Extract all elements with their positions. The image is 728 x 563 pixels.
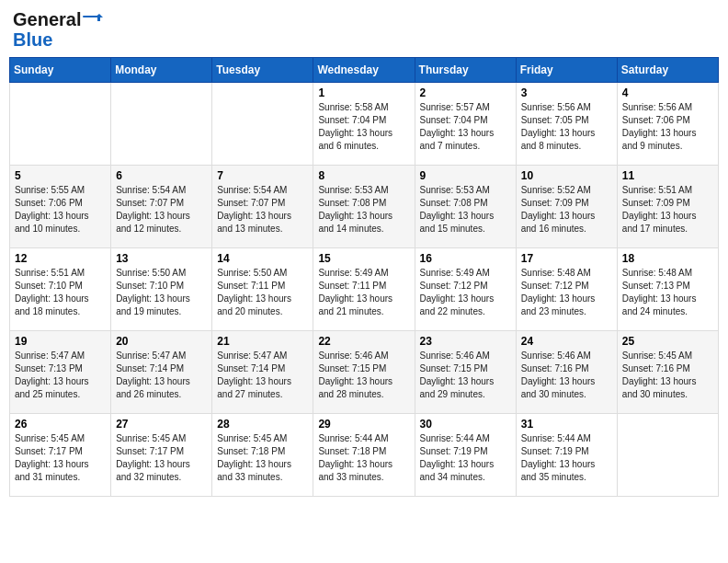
calendar-day-16: 16Sunrise: 5:49 AM Sunset: 7:12 PM Dayli… [415, 248, 516, 331]
logo: General Blue [13, 9, 103, 50]
day-info: Sunrise: 5:46 AM Sunset: 7:15 PM Dayligh… [420, 350, 511, 401]
day-number: 2 [420, 86, 511, 99]
day-number: 15 [318, 252, 409, 265]
day-number: 7 [217, 169, 308, 182]
calendar-empty-cell [10, 83, 111, 166]
calendar-day-4: 4Sunrise: 5:56 AM Sunset: 7:06 PM Daylig… [617, 83, 718, 166]
day-number: 13 [116, 252, 207, 265]
calendar-empty-cell [111, 83, 212, 166]
day-info: Sunrise: 5:57 AM Sunset: 7:04 PM Dayligh… [420, 101, 511, 153]
plane-icon [83, 9, 103, 29]
day-number: 21 [217, 335, 308, 348]
calendar-day-20: 20Sunrise: 5:47 AM Sunset: 7:14 PM Dayli… [111, 331, 212, 414]
day-number: 22 [318, 335, 409, 348]
weekday-header-thursday: Thursday [415, 58, 516, 83]
calendar-table: SundayMondayTuesdayWednesdayThursdayFrid… [9, 57, 719, 497]
calendar-day-2: 2Sunrise: 5:57 AM Sunset: 7:04 PM Daylig… [415, 83, 516, 166]
weekday-header-wednesday: Wednesday [313, 58, 415, 83]
day-info: Sunrise: 5:56 AM Sunset: 7:06 PM Dayligh… [622, 101, 713, 153]
calendar-empty-cell [212, 83, 313, 166]
day-number: 19 [15, 335, 106, 348]
day-number: 5 [15, 169, 106, 182]
calendar-week-row: 1Sunrise: 5:58 AM Sunset: 7:04 PM Daylig… [10, 83, 719, 166]
weekday-header-monday: Monday [111, 58, 212, 83]
calendar-day-10: 10Sunrise: 5:52 AM Sunset: 7:09 PM Dayli… [516, 166, 617, 248]
weekday-header-saturday: Saturday [617, 58, 718, 83]
day-info: Sunrise: 5:58 AM Sunset: 7:04 PM Dayligh… [318, 101, 409, 153]
day-number: 24 [521, 335, 612, 348]
day-number: 3 [521, 86, 612, 99]
calendar-day-8: 8Sunrise: 5:53 AM Sunset: 7:08 PM Daylig… [313, 166, 415, 248]
svg-rect-1 [83, 16, 97, 17]
day-info: Sunrise: 5:56 AM Sunset: 7:05 PM Dayligh… [521, 101, 612, 153]
day-number: 18 [622, 252, 713, 265]
calendar-day-13: 13Sunrise: 5:50 AM Sunset: 7:10 PM Dayli… [111, 248, 212, 331]
calendar-day-19: 19Sunrise: 5:47 AM Sunset: 7:13 PM Dayli… [10, 331, 111, 414]
day-info: Sunrise: 5:53 AM Sunset: 7:08 PM Dayligh… [318, 184, 409, 236]
day-number: 1 [318, 86, 409, 99]
calendar-day-29: 29Sunrise: 5:44 AM Sunset: 7:18 PM Dayli… [313, 414, 415, 497]
day-info: Sunrise: 5:53 AM Sunset: 7:08 PM Dayligh… [420, 184, 511, 236]
calendar-day-15: 15Sunrise: 5:49 AM Sunset: 7:11 PM Dayli… [313, 248, 415, 331]
day-info: Sunrise: 5:47 AM Sunset: 7:14 PM Dayligh… [217, 350, 308, 401]
weekday-header-row: SundayMondayTuesdayWednesdayThursdayFrid… [10, 58, 719, 83]
calendar-day-21: 21Sunrise: 5:47 AM Sunset: 7:14 PM Dayli… [212, 331, 313, 414]
day-number: 9 [420, 169, 511, 182]
day-number: 11 [622, 169, 713, 182]
calendar-day-17: 17Sunrise: 5:48 AM Sunset: 7:12 PM Dayli… [516, 248, 617, 331]
calendar-week-row: 26Sunrise: 5:45 AM Sunset: 7:17 PM Dayli… [10, 414, 719, 497]
day-number: 31 [521, 418, 612, 431]
day-number: 12 [15, 252, 106, 265]
calendar-day-12: 12Sunrise: 5:51 AM Sunset: 7:10 PM Dayli… [10, 248, 111, 331]
day-number: 10 [521, 169, 612, 182]
calendar-day-7: 7Sunrise: 5:54 AM Sunset: 7:07 PM Daylig… [212, 166, 313, 248]
calendar-day-9: 9Sunrise: 5:53 AM Sunset: 7:08 PM Daylig… [415, 166, 516, 248]
day-number: 29 [318, 418, 409, 431]
day-info: Sunrise: 5:51 AM Sunset: 7:09 PM Dayligh… [622, 184, 713, 236]
calendar-day-27: 27Sunrise: 5:45 AM Sunset: 7:17 PM Dayli… [111, 414, 212, 497]
day-info: Sunrise: 5:49 AM Sunset: 7:11 PM Dayligh… [318, 267, 409, 318]
calendar-day-6: 6Sunrise: 5:54 AM Sunset: 7:07 PM Daylig… [111, 166, 212, 248]
calendar-week-row: 5Sunrise: 5:55 AM Sunset: 7:06 PM Daylig… [10, 166, 719, 248]
calendar-day-22: 22Sunrise: 5:46 AM Sunset: 7:15 PM Dayli… [313, 331, 415, 414]
calendar-day-1: 1Sunrise: 5:58 AM Sunset: 7:04 PM Daylig… [313, 83, 415, 166]
calendar-day-5: 5Sunrise: 5:55 AM Sunset: 7:06 PM Daylig… [10, 166, 111, 248]
day-info: Sunrise: 5:47 AM Sunset: 7:14 PM Dayligh… [116, 350, 207, 401]
day-info: Sunrise: 5:45 AM Sunset: 7:16 PM Dayligh… [622, 350, 713, 401]
day-info: Sunrise: 5:49 AM Sunset: 7:12 PM Dayligh… [420, 267, 511, 318]
day-number: 26 [15, 418, 106, 431]
day-info: Sunrise: 5:52 AM Sunset: 7:09 PM Dayligh… [521, 184, 612, 236]
day-number: 20 [116, 335, 207, 348]
day-info: Sunrise: 5:45 AM Sunset: 7:17 PM Dayligh… [116, 432, 207, 484]
day-info: Sunrise: 5:44 AM Sunset: 7:19 PM Dayligh… [521, 432, 612, 484]
day-info: Sunrise: 5:51 AM Sunset: 7:10 PM Dayligh… [15, 267, 106, 318]
day-number: 6 [116, 169, 207, 182]
day-info: Sunrise: 5:45 AM Sunset: 7:18 PM Dayligh… [217, 432, 308, 484]
day-info: Sunrise: 5:46 AM Sunset: 7:15 PM Dayligh… [318, 350, 409, 401]
calendar-day-30: 30Sunrise: 5:44 AM Sunset: 7:19 PM Dayli… [415, 414, 516, 497]
day-number: 23 [420, 335, 511, 348]
day-number: 28 [217, 418, 308, 431]
day-info: Sunrise: 5:54 AM Sunset: 7:07 PM Dayligh… [217, 184, 308, 236]
weekday-header-sunday: Sunday [10, 58, 111, 83]
calendar-day-25: 25Sunrise: 5:45 AM Sunset: 7:16 PM Dayli… [617, 331, 718, 414]
day-info: Sunrise: 5:47 AM Sunset: 7:13 PM Dayligh… [15, 350, 106, 401]
day-info: Sunrise: 5:50 AM Sunset: 7:11 PM Dayligh… [217, 267, 308, 318]
calendar-day-28: 28Sunrise: 5:45 AM Sunset: 7:18 PM Dayli… [212, 414, 313, 497]
day-number: 25 [622, 335, 713, 348]
calendar-week-row: 19Sunrise: 5:47 AM Sunset: 7:13 PM Dayli… [10, 331, 719, 414]
day-info: Sunrise: 5:44 AM Sunset: 7:19 PM Dayligh… [420, 432, 511, 484]
day-number: 8 [318, 169, 409, 182]
calendar-day-11: 11Sunrise: 5:51 AM Sunset: 7:09 PM Dayli… [617, 166, 718, 248]
calendar-day-3: 3Sunrise: 5:56 AM Sunset: 7:05 PM Daylig… [516, 83, 617, 166]
day-number: 30 [420, 418, 511, 431]
calendar-day-26: 26Sunrise: 5:45 AM Sunset: 7:17 PM Dayli… [10, 414, 111, 497]
calendar-day-31: 31Sunrise: 5:44 AM Sunset: 7:19 PM Dayli… [516, 414, 617, 497]
weekday-header-friday: Friday [516, 58, 617, 83]
weekday-header-tuesday: Tuesday [212, 58, 313, 83]
calendar-day-14: 14Sunrise: 5:50 AM Sunset: 7:11 PM Dayli… [212, 248, 313, 331]
calendar-empty-cell [617, 414, 718, 497]
calendar-day-24: 24Sunrise: 5:46 AM Sunset: 7:16 PM Dayli… [516, 331, 617, 414]
day-info: Sunrise: 5:48 AM Sunset: 7:13 PM Dayligh… [622, 267, 713, 318]
day-number: 27 [116, 418, 207, 431]
